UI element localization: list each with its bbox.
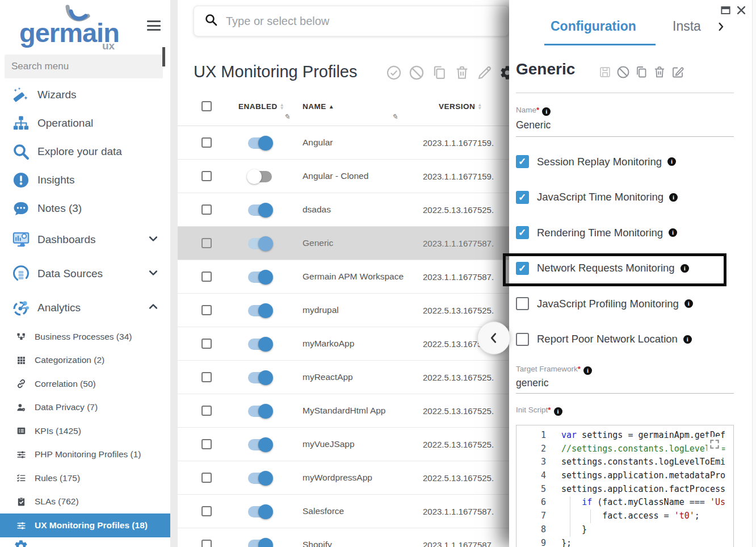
edit-square-icon[interactable] [670, 65, 684, 79]
sidebar-item-operational[interactable]: Operational [0, 109, 170, 137]
sidebar-item-wizards[interactable]: Wizards [0, 81, 170, 109]
gear-icon[interactable] [499, 64, 509, 81]
checkbox[interactable] [516, 226, 529, 239]
editor-fullscreen-icon[interactable] [707, 437, 722, 452]
info-icon[interactable]: i [669, 228, 677, 237]
table-search-input[interactable] [226, 15, 464, 28]
info-icon[interactable]: i [669, 193, 678, 202]
target-framework-value[interactable]: generic [516, 377, 548, 389]
table-row[interactable]: myVueJSapp 2022.5.13.167525. [178, 428, 509, 461]
table-row[interactable]: myReactApp 2022.5.13.167525. [178, 361, 509, 394]
table-row[interactable]: Generic 2023.1.1.1677587. [178, 227, 509, 260]
pencil-icon[interactable] [476, 64, 493, 81]
row-checkbox[interactable] [201, 272, 212, 282]
enabled-toggle[interactable] [248, 171, 272, 182]
sidebar-item-ux-monitoring-profiles[interactable]: UX Monitoring Profiles (18) [0, 513, 170, 537]
ban-icon[interactable] [408, 64, 425, 81]
table-row[interactable]: dsadas 2022.5.13.167525. [178, 193, 509, 227]
trash-icon[interactable] [652, 65, 666, 79]
table-row[interactable]: Shopify 2023.1.1.1677587. [178, 528, 509, 547]
name-field-value[interactable]: Generic [516, 119, 551, 131]
info-icon[interactable]: i [667, 157, 676, 166]
checkbox[interactable] [516, 297, 529, 310]
row-checkbox[interactable] [201, 204, 212, 215]
column-header-enabled[interactable]: ENABLED ▲▼ [238, 102, 284, 111]
enabled-toggle[interactable] [248, 406, 272, 417]
enabled-toggle[interactable] [248, 473, 272, 484]
table-row[interactable]: myMarkoApp 2022.5.13.1675 [178, 327, 509, 361]
checkbox[interactable] [516, 191, 529, 204]
info-icon[interactable]: i [542, 107, 551, 116]
enabled-toggle[interactable] [248, 305, 272, 316]
row-checkbox[interactable] [201, 439, 212, 449]
tab-installation[interactable]: Insta [673, 19, 701, 34]
row-checkbox[interactable] [201, 171, 212, 181]
tabs-scroll-chevron-icon[interactable] [716, 22, 726, 34]
select-all-checkbox[interactable] [201, 101, 212, 111]
sidebar-item-php-monitoring-profiles[interactable]: PHP Monitoring Profiles (1) [0, 443, 170, 467]
trash-icon[interactable] [453, 64, 471, 81]
enabled-toggle[interactable] [248, 372, 272, 383]
tab-configuration[interactable]: Configuration [551, 19, 636, 34]
column-header-version[interactable]: VERSION ▲▼ [439, 102, 482, 111]
sidebar-item-explore-your-data[interactable]: Explore your data [0, 137, 170, 166]
info-icon[interactable]: i [681, 264, 689, 273]
maximize-window-icon[interactable] [720, 5, 731, 16]
sidebar-item-slas[interactable]: SLAs (762) [0, 490, 170, 514]
table-row[interactable]: MyStandardHtml App 2022.5.13.167525. [178, 394, 509, 428]
row-checkbox[interactable] [201, 305, 212, 315]
enabled-toggle[interactable] [248, 439, 272, 450]
close-icon[interactable] [736, 5, 747, 16]
row-checkbox[interactable] [201, 372, 212, 382]
table-row[interactable]: myWordpressApp 2022.5.13.167525. [178, 461, 509, 495]
table-row[interactable]: Salesforce 2023.1.1.1677587. [178, 495, 509, 528]
info-icon[interactable]: i [684, 299, 693, 308]
sidebar-item-correlation[interactable]: Correlation (50) [0, 372, 170, 396]
row-checkbox[interactable] [201, 506, 212, 516]
checkbox[interactable] [516, 262, 529, 275]
enabled-toggle[interactable] [248, 238, 272, 249]
sidebar-item-notes[interactable]: Notes (3) [0, 194, 170, 223]
enabled-toggle[interactable] [248, 506, 272, 517]
settings-gear-icon[interactable] [14, 539, 28, 547]
row-checkbox[interactable] [201, 137, 212, 148]
copy-icon[interactable] [431, 64, 448, 81]
checkbox[interactable] [516, 333, 529, 346]
column-filter-icon[interactable]: ✎ [284, 112, 290, 121]
panel-scrollbar[interactable] [752, 0, 756, 547]
save-icon[interactable] [598, 65, 612, 79]
row-checkbox[interactable] [201, 473, 212, 483]
table-row[interactable]: Angular - Cloned 2023.1.1.1677159. [178, 160, 509, 193]
ban-icon[interactable] [616, 65, 630, 79]
enabled-toggle[interactable] [248, 540, 272, 547]
column-filter-icon[interactable]: ✎ [392, 112, 398, 121]
checkbox[interactable] [516, 155, 529, 168]
table-row[interactable]: Germain APM Workspace 2023.1.1.1677587. [178, 260, 509, 294]
sidebar-item-business-processes[interactable]: Business Processes (34) [0, 325, 170, 349]
panel-collapse-button[interactable] [477, 321, 510, 354]
enabled-toggle[interactable] [248, 204, 272, 216]
copy-icon[interactable] [634, 65, 648, 79]
sidebar-search-input[interactable] [5, 55, 163, 78]
info-icon[interactable]: i [554, 407, 562, 416]
sidebar-item-analytics[interactable]: Analytics [0, 291, 170, 325]
sidebar-item-dashboards[interactable]: Dashboards [0, 223, 170, 257]
info-icon[interactable]: i [683, 335, 692, 344]
row-checkbox[interactable] [201, 339, 212, 349]
sidebar-scrollbar-thumb[interactable] [162, 47, 165, 66]
sidebar-item-data-sources[interactable]: Data Sources [0, 257, 170, 291]
column-header-name[interactable]: NAME ▲ [303, 102, 334, 111]
sidebar-item-data-privacy[interactable]: Data Privacy (7) [0, 396, 170, 420]
enabled-toggle[interactable] [248, 339, 272, 350]
sidebar-item-insights[interactable]: Insights [0, 166, 170, 194]
sidebar-item-categorization[interactable]: Categorization (2) [0, 349, 170, 373]
table-row[interactable]: Angular 2023.1.1.1677159. [178, 126, 509, 160]
row-checkbox[interactable] [201, 406, 212, 416]
sidebar-item-rules[interactable]: Rules (175) [0, 466, 170, 490]
check-circle-icon[interactable] [385, 64, 402, 81]
table-row[interactable]: mydrupal 2022.5.13.167525. [178, 294, 509, 327]
enabled-toggle[interactable] [248, 272, 272, 283]
info-icon[interactable]: i [583, 366, 592, 375]
enabled-toggle[interactable] [248, 137, 272, 149]
sidebar-item-kpis[interactable]: KPIs (1425) [0, 419, 170, 443]
